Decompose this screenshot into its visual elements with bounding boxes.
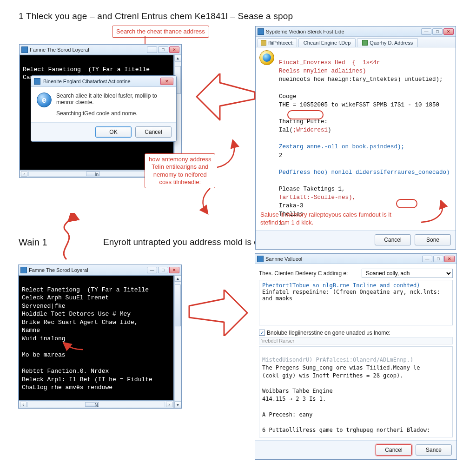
scroll-down-icon[interactable]: ▼: [174, 402, 181, 408]
maximize-button[interactable]: □: [432, 28, 443, 35]
minimize-button[interactable]: —: [147, 267, 157, 273]
code-window-title: Sypdeme Viedion Sterck Fost Lide: [266, 29, 421, 34]
console2-hscroll[interactable]: ‹ N ›: [19, 401, 174, 408]
scroll-left-icon[interactable]: ‹: [20, 402, 26, 407]
app-icon: [258, 28, 264, 35]
tab-cheat-engine[interactable]: Cheanl Engine f.Dep: [298, 38, 356, 47]
dialog-close-button[interactable]: ✕: [160, 78, 173, 85]
info-dialog: Binenite Englard Clhatarfost Actiontine …: [31, 75, 177, 142]
scroll-left-icon[interactable]: ‹: [21, 171, 27, 177]
maximize-button[interactable]: □: [433, 256, 443, 262]
arrow-wain-up: [55, 213, 94, 262]
value-window: Sannne Valiueol — □ ✕ Thes. Cienten Derl…: [255, 253, 457, 460]
minimize-button[interactable]: —: [422, 256, 432, 262]
app-icon: [257, 256, 264, 262]
minimize-button[interactable]: —: [421, 28, 431, 35]
val-blue-line: Phectort1Tobue so nlgB.rne Incline and c…: [262, 282, 450, 289]
thin-label: 'irebdel Rarser: [259, 337, 453, 344]
arrow-code-to-console: [194, 73, 257, 122]
arrow-console2-to-valwin: [187, 290, 250, 336]
maximize-button[interactable]: □: [158, 46, 168, 53]
code-area: Fiucat_Enovress Hed { 1s<4r Reelss nnyli…: [278, 50, 452, 227]
cancel-button[interactable]: Cancel: [135, 126, 172, 138]
globe-icon: [259, 50, 274, 65]
maximize-button[interactable]: □: [158, 267, 168, 273]
console2-vscroll[interactable]: ▲ ▼: [174, 275, 181, 408]
dialog-app-icon: [34, 78, 40, 85]
code-sone-button[interactable]: Sone: [415, 234, 451, 245]
console-window-2: Famne The Sorod Loyeral — □ ✕ Relect Fan…: [18, 264, 182, 409]
scroll-up-icon[interactable]: ▲: [174, 275, 181, 282]
scroll-right-icon[interactable]: ›: [166, 402, 172, 407]
dialog-title: Binenite Englard Clhatarfost Actiontine: [43, 79, 160, 84]
console2-title: Famne The Sorod Loyeral: [29, 267, 147, 273]
value-window-title: Sannne Valiueol: [265, 256, 422, 262]
console1-title: Famne The Sorod Loyeral: [30, 47, 147, 53]
minimize-button[interactable]: —: [147, 46, 157, 53]
step-label: Wain 1: [19, 237, 47, 248]
info-icon: e: [37, 93, 52, 107]
close-button[interactable]: ✕: [169, 267, 179, 273]
adding-select[interactable]: Soaned colly, adh: [362, 269, 453, 278]
val-grey-line: Einfatel respeinine: (Cfreen Ongeatine a…: [262, 289, 450, 302]
close-button[interactable]: ✕: [444, 256, 455, 262]
tab-prhtocet[interactable]: ffiiPrhtocet:: [258, 38, 297, 47]
console2-output: Relect Fanetiong (TY Far a Iitelle Celec…: [19, 275, 174, 401]
ok-button[interactable]: OK: [95, 126, 132, 138]
dialog-message-2: Searching:iGed coole and nome.: [56, 110, 170, 117]
page-heading-1: 1 Thleck you age – and Ctrenl Entrus che…: [19, 11, 293, 21]
close-button[interactable]: ✕: [443, 28, 454, 35]
value-log: MistedUisondrU) PrAfalcesi:Olanerd/ADLmE…: [259, 346, 453, 437]
code-cancel-button[interactable]: Cancel: [375, 234, 411, 245]
arrow-center-up: [215, 139, 250, 172]
annotation-center: how antemony address Telin entilearigns …: [145, 153, 215, 188]
value-sance-button[interactable]: Sance: [416, 444, 452, 456]
close-button[interactable]: ✕: [169, 46, 179, 53]
scroll-up-icon[interactable]: ▲: [174, 55, 181, 61]
enable-checkbox[interactable]: ✓ Bnolube Ilegiinersstine on gone unaded…: [259, 330, 390, 336]
app-icon: [20, 267, 27, 273]
adding-label: Thes. Cienten Derleery C addinıg e:: [259, 270, 359, 277]
value-cancel-button[interactable]: Cancel: [376, 444, 412, 456]
annotation-search-address: Search the cheat thance address: [112, 26, 209, 38]
app-icon: [21, 46, 28, 53]
tab-address[interactable]: Qaorhy D. Address: [357, 38, 418, 47]
sheet-icon: [261, 40, 266, 46]
flag-icon: [362, 40, 368, 46]
arrow-center-down: [196, 187, 222, 215]
annotation-right: Saluse it memory raileptoyous cales fumd…: [260, 211, 428, 227]
code-window-tabs: ffiiPrhtocet: Cheanl Engine f.Dep Qaorhy…: [256, 37, 456, 47]
dialog-message-1: Search aliee it alte ibleol fusfer, moli…: [56, 93, 170, 106]
